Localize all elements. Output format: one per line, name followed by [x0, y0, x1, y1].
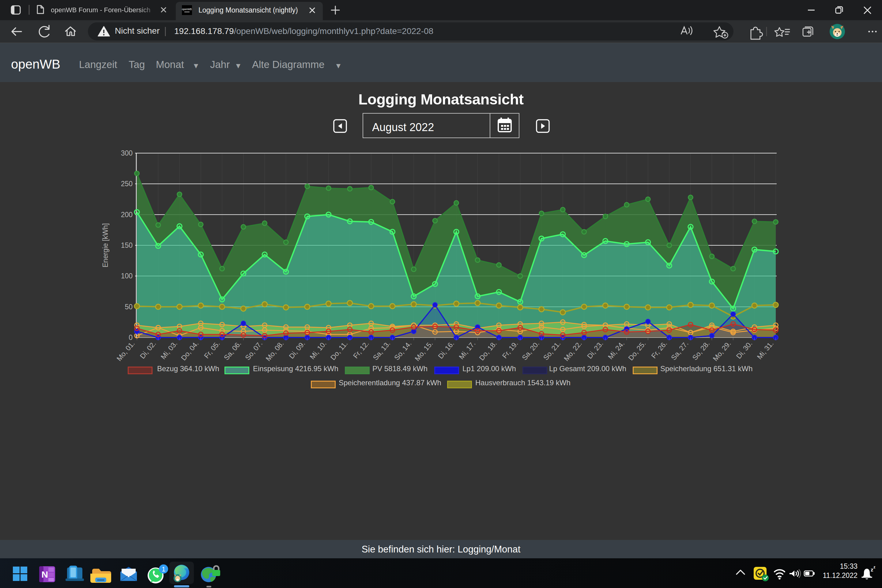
svg-text:200: 200: [121, 211, 133, 219]
svg-text:250: 250: [121, 180, 133, 188]
svg-text:Mo, 29.: Mo, 29.: [711, 340, 732, 363]
svg-text:Fr, 05.: Fr, 05.: [202, 340, 221, 360]
svg-text:Mo, 15.: Mo, 15.: [413, 340, 434, 363]
svg-text:Mi, 31.: Mi, 31.: [756, 340, 775, 361]
svg-text:Do, 11.: Do, 11.: [329, 340, 349, 362]
svg-text:openWB: openWB: [182, 8, 192, 11]
svg-text:Mi, 10.: Mi, 10.: [308, 340, 328, 361]
svg-text:Do, 18.: Do, 18.: [477, 340, 498, 362]
svg-text:Mi, 24.: Mi, 24.: [606, 340, 626, 361]
svg-text:Mo, 08.: Mo, 08.: [264, 340, 285, 363]
svg-text:Mo, 22.: Mo, 22.: [562, 340, 584, 363]
svg-text:Fr, 19.: Fr, 19.: [501, 340, 520, 360]
svg-text:Mi, 17.: Mi, 17.: [457, 340, 477, 361]
svg-text:Di, 02.: Di, 02.: [138, 340, 158, 360]
svg-text:Sa, 13.: Sa, 13.: [371, 340, 392, 362]
svg-text:Fr, 26.: Fr, 26.: [650, 340, 669, 360]
svg-text:300: 300: [121, 149, 133, 157]
svg-text:Mi, 03.: Mi, 03.: [159, 340, 179, 361]
svg-text:Di, 23.: Di, 23.: [585, 340, 605, 360]
svg-text:So, 14.: So, 14.: [393, 340, 413, 362]
svg-text:Di, 09.: Di, 09.: [287, 340, 306, 360]
svg-text:150: 150: [121, 242, 133, 249]
svg-text:1: 1: [162, 566, 165, 573]
svg-text:N: N: [41, 569, 48, 579]
svg-text:z: z: [871, 567, 873, 573]
svg-text:Mo, 01.: Mo, 01.: [115, 340, 136, 363]
svg-text:Sa, 27.: Sa, 27.: [669, 340, 690, 362]
svg-text:Energie [kWh]: Energie [kWh]: [101, 223, 110, 267]
svg-text:Di, 16.: Di, 16.: [436, 340, 456, 360]
svg-text:100: 100: [121, 272, 133, 280]
svg-text:Di, 30.: Di, 30.: [735, 340, 754, 360]
svg-text:So, 28.: So, 28.: [691, 340, 711, 362]
svg-text:So, 21.: So, 21.: [542, 340, 562, 362]
svg-text:Sa, 20.: Sa, 20.: [520, 340, 541, 362]
svg-text:Do, 04.: Do, 04.: [180, 340, 200, 362]
svg-text:50: 50: [124, 303, 133, 311]
svg-text:Sa, 06.: Sa, 06.: [222, 340, 243, 362]
svg-text:Do, 25.: Do, 25.: [627, 340, 647, 362]
svg-text:So, 07.: So, 07.: [243, 340, 264, 362]
svg-text:z: z: [873, 565, 876, 569]
svg-text:Fr, 12.: Fr, 12.: [352, 340, 370, 360]
